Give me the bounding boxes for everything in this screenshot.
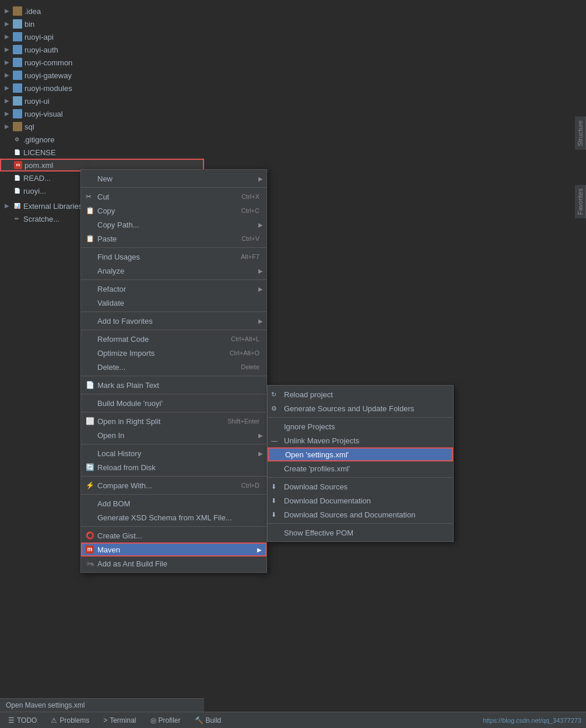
tree-item-label: .idea [24,7,41,16]
expand-arrow: ▶ [5,8,12,15]
menu-item-find-usages[interactable]: Find Usages Alt+F7 [81,250,266,264]
menu-item-compare-with[interactable]: ⚡ Compare With... Ctrl+D [81,478,266,492]
menu-separator [81,247,266,248]
submenu-item-generate-sources[interactable]: ⚙ Generate Sources and Update Folders [268,401,453,415]
submenu-item-reload-project[interactable]: ↻ Reload project [268,387,453,401]
submenu-item-ignore-projects[interactable]: Ignore Projects [268,419,453,433]
submenu-item-label: Ignore Projects [284,422,446,431]
folder-icon [13,122,22,131]
tree-item-bin[interactable]: ▶ bin [0,18,204,30]
side-label-favorites[interactable]: Favorites [575,185,586,218]
download-docs-icon: ⬇ [271,497,276,505]
menu-item-label: Add as Ant Build File [97,559,259,568]
folder-icon [13,45,22,54]
tree-item-gitignore[interactable]: ▶ ⚙ .gitignore [0,133,204,146]
menu-separator [81,187,266,188]
menu-item-build-module[interactable]: Build Module 'ruoyi' [81,396,266,410]
menu-item-label: Mark as Plain Text [97,381,259,390]
menu-item-reformat-code[interactable]: Reformat Code Ctrl+Alt+L [81,332,266,346]
status-tabs: ☰ TODO ⚠ Problems > Terminal ◎ Profiler … [5,712,224,729]
tree-item-ruoyi-auth[interactable]: ▶ ruoyi-auth [0,43,204,56]
problems-label: Problems [59,716,89,724]
menu-item-delete[interactable]: Delete... Delete [81,360,266,374]
menu-item-label: Delete... [97,363,229,372]
side-label-structure[interactable]: Structure [575,117,586,150]
status-tab-todo[interactable]: ☰ TODO [5,712,40,729]
menu-item-mark-plain[interactable]: 📄 Mark as Plain Text [81,378,266,392]
bottom-label: Open Maven settings.xml [0,698,204,712]
shortcut-label: Alt+F7 [241,253,259,260]
bottom-label-text: Open Maven settings.xml [6,701,85,709]
menu-item-label: Optimize Imports [97,349,218,358]
split-icon: ⬜ [86,417,94,425]
menu-item-label: Find Usages [97,253,229,261]
tree-item-label: READ... [23,174,51,183]
menu-item-validate[interactable]: Validate [81,296,266,310]
folder-icon [13,6,22,16]
menu-item-local-history[interactable]: Local History ▶ [81,446,266,460]
tree-item-label: ruoyi-modules [24,84,72,93]
tree-item-ruoyi-api[interactable]: ▶ ruoyi-api [0,30,204,43]
menu-item-maven[interactable]: m Maven ▶ [81,542,266,556]
menu-item-label: Maven [97,545,258,554]
profiler-icon: ◎ [150,716,156,724]
shortcut-label: Shift+Enter [227,418,259,425]
tree-item-idea[interactable]: ▶ .idea [0,5,204,18]
status-tab-terminal[interactable]: > Terminal [100,712,139,729]
menu-item-analyze[interactable]: Analyze ▶ [81,264,266,278]
menu-item-new[interactable]: New ▶ [81,172,266,186]
submenu-item-show-effective-pom[interactable]: Show Effective POM [268,526,453,540]
submenu-item-label: Show Effective POM [284,528,441,537]
menu-separator [81,376,266,376]
submenu-item-label: Unlink Maven Projects [284,436,446,445]
tree-item-ruoyi-common[interactable]: ▶ ruoyi-common [0,56,204,69]
menu-item-cut[interactable]: ✂ Cut Ctrl+X [81,190,266,204]
mark-plain-icon: 📄 [86,381,94,389]
status-tab-problems[interactable]: ⚠ Problems [47,712,93,729]
tree-item-license[interactable]: ▶ 📄 LICENSE [0,146,204,159]
menu-item-refactor[interactable]: Refactor ▶ [81,282,266,296]
menu-item-optimize-imports[interactable]: Optimize Imports Ctrl+Alt+O [81,346,266,360]
menu-item-open-in[interactable]: Open In ▶ [81,428,266,442]
submenu-item-open-settings[interactable]: Open 'settings.xml' [268,447,453,461]
menu-separator [81,394,266,394]
expand-arrow: ▶ [5,59,12,66]
menu-item-copy-path[interactable]: Copy Path... ▶ [81,218,266,232]
shortcut-label: Ctrl+D [241,482,259,489]
submenu-item-download-sources[interactable]: ⬇ Download Sources [268,480,453,494]
menu-item-label: Open In [97,431,259,440]
status-tab-build[interactable]: 🔨 Build [191,712,225,729]
menu-item-generate-xsd[interactable]: Generate XSD Schema from XML File... [81,510,266,524]
menu-item-label: Validate [97,299,259,307]
menu-item-paste[interactable]: 📋 Paste Ctrl+V [81,232,266,246]
tree-item-ruoyi-gateway[interactable]: ▶ ruoyi-gateway [0,69,204,82]
copy-icon: 📋 [86,206,94,215]
tree-item-ruoyi-visual[interactable]: ▶ ruoyi-visual [0,107,204,120]
menu-item-reload-disk[interactable]: 🔄 Reload from Disk [81,460,266,474]
tree-item-sql[interactable]: ▶ sql [0,120,204,133]
status-tab-profiler[interactable]: ◎ Profiler [147,712,184,729]
folder-icon [13,71,22,80]
submenu-item-unlink-maven[interactable]: — Unlink Maven Projects [268,433,453,447]
menu-item-label: Copy [97,206,230,215]
submenu-item-label: Open 'settings.xml' [285,450,445,459]
maven-submenu: ↻ Reload project ⚙ Generate Sources and … [267,385,454,542]
menu-item-add-bom[interactable]: Add BOM [81,496,266,510]
tree-item-ruoyi-ui[interactable]: ▶ ruoyi-ui [0,94,204,107]
tree-item-ruoyi-modules[interactable]: ▶ ruoyi-modules [0,82,204,94]
menu-item-add-favorites[interactable]: Add to Favorites ▶ [81,314,266,328]
menu-item-add-ant[interactable]: 🐜 Add as Ant Build File [81,556,266,570]
submenu-item-download-both[interactable]: ⬇ Download Sources and Documentation [268,508,453,522]
submenu-arrow-icon: ▶ [258,286,263,292]
menu-item-label: Generate XSD Schema from XML File... [97,513,259,522]
status-url: https://blog.csdn.net/qq_34377273 [483,717,581,724]
menu-item-label: Reformat Code [97,335,219,344]
menu-item-label: Analyze [97,267,259,275]
submenu-item-create-profiles[interactable]: Create 'profiles.xml' [268,461,453,475]
menu-item-open-right-split[interactable]: ⬜ Open in Right Split Shift+Enter [81,414,266,428]
submenu-item-download-docs[interactable]: ⬇ Download Documentation [268,494,453,508]
generate-icon: ⚙ [271,405,277,412]
file-icon: 📄 [13,174,21,182]
menu-item-copy[interactable]: 📋 Copy Ctrl+C [81,204,266,218]
menu-item-create-gist[interactable]: ⭕ Create Gist... [81,528,266,542]
